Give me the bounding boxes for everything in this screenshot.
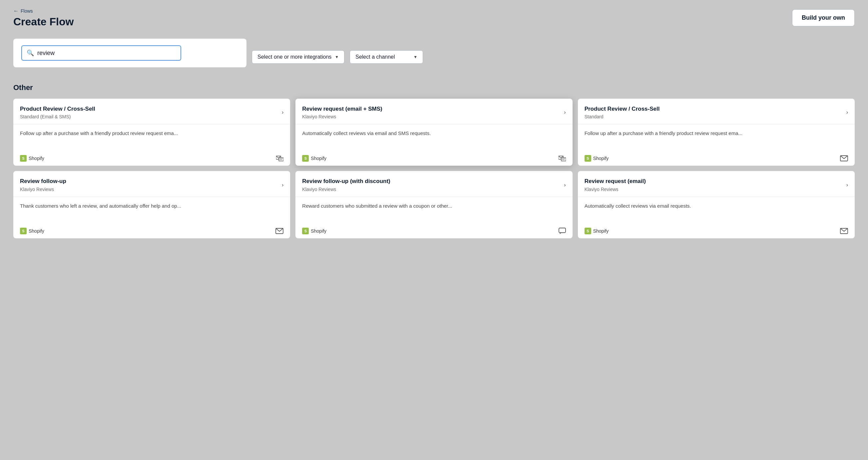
card-subtitle: Klaviyo Reviews	[302, 114, 382, 119]
search-input-wrapper[interactable]: 🔍	[21, 45, 181, 61]
channel-dropdown-label: Select a channel	[355, 54, 395, 60]
back-label: Flows	[21, 8, 33, 14]
shopify-icon: S	[585, 228, 591, 234]
card-review-followup[interactable]: Review follow-up Klaviyo Reviews › Thank…	[13, 171, 290, 238]
card-footer: S Shopify	[296, 224, 572, 238]
integration-name: Shopify	[29, 156, 44, 161]
card-chevron-right-icon: ›	[564, 182, 565, 188]
card-top: Review follow-up Klaviyo Reviews ›	[13, 171, 290, 197]
card-title-block: Review follow-up Klaviyo Reviews	[20, 178, 66, 192]
card-chevron-right-icon: ›	[282, 109, 283, 115]
svg-rect-5	[561, 158, 566, 161]
card-title-row: Review request (email) Klaviyo Reviews ›	[585, 178, 848, 192]
back-link[interactable]: ← Flows	[13, 8, 73, 14]
channel-chevron-down-icon: ▼	[413, 55, 417, 59]
card-title-row: Review request (email + SMS) Klaviyo Rev…	[302, 105, 565, 119]
search-input[interactable]	[37, 50, 176, 57]
card-title-block: Review request (email + SMS) Klaviyo Rev…	[302, 105, 382, 119]
card-review-request-email[interactable]: Review request (email) Klaviyo Reviews ›…	[578, 171, 855, 238]
page-wrapper: ← Flows Create Flow Build your own 🔍 Sel…	[0, 0, 868, 460]
header-left: ← Flows Create Flow	[13, 8, 73, 28]
card-title-block: Review request (email) Klaviyo Reviews	[585, 178, 646, 192]
integration-badge: S Shopify	[20, 228, 44, 234]
email-sms-icon	[559, 155, 566, 161]
card-description: Reward customers who submitted a review …	[296, 197, 572, 224]
card-top: Review request (email + SMS) Klaviyo Rev…	[296, 99, 572, 124]
email-icon	[840, 228, 848, 234]
card-product-review-cross-sell-2[interactable]: Product Review / Cross-Sell Standard › F…	[578, 99, 855, 166]
card-title-row: Product Review / Cross-Sell Standard ›	[585, 105, 848, 119]
shopify-icon: S	[302, 228, 309, 234]
email-icon	[840, 155, 848, 161]
header: ← Flows Create Flow Build your own	[13, 8, 855, 28]
card-product-review-cross-sell-1[interactable]: Product Review / Cross-Sell Standard (Em…	[13, 99, 290, 166]
card-footer: S Shopify	[296, 151, 572, 166]
card-title-row: Product Review / Cross-Sell Standard (Em…	[20, 105, 283, 119]
shopify-icon: S	[302, 155, 309, 162]
card-title-block: Product Review / Cross-Sell Standard (Em…	[20, 105, 95, 119]
integrations-dropdown[interactable]: Select one or more integrations ▼	[252, 50, 344, 64]
card-title: Product Review / Cross-Sell	[585, 105, 660, 113]
card-review-request-email-sms[interactable]: Review request (email + SMS) Klaviyo Rev…	[296, 99, 572, 166]
cards-row-1: Product Review / Cross-Sell Standard (Em…	[13, 99, 855, 166]
card-title: Review follow-up	[20, 178, 66, 185]
integrations-dropdown-label: Select one or more integrations	[257, 54, 332, 60]
integration-name: Shopify	[311, 156, 327, 161]
integration-name: Shopify	[311, 228, 327, 234]
back-arrow-icon: ←	[13, 8, 19, 14]
section-title: Other	[13, 83, 855, 92]
integration-name: Shopify	[593, 228, 609, 234]
integration-badge: S Shopify	[585, 228, 609, 234]
card-top: Review follow-up (with discount) Klaviyo…	[296, 171, 572, 197]
card-subtitle: Klaviyo Reviews	[302, 187, 390, 192]
svg-rect-1	[279, 158, 283, 161]
multichannel-icon	[559, 155, 566, 161]
email-sms-icon	[276, 155, 283, 161]
integration-name: Shopify	[29, 228, 44, 234]
card-footer: S Shopify	[13, 224, 290, 238]
shopify-icon: S	[585, 155, 591, 162]
card-title: Review request (email)	[585, 178, 646, 185]
card-chevron-right-icon: ›	[282, 182, 283, 188]
page-title: Create Flow	[13, 15, 73, 28]
card-top: Review request (email) Klaviyo Reviews ›	[578, 171, 855, 197]
card-subtitle: Standard	[585, 114, 660, 119]
card-top: Product Review / Cross-Sell Standard (Em…	[13, 99, 290, 124]
card-subtitle: Klaviyo Reviews	[20, 187, 66, 192]
integration-name: Shopify	[593, 156, 609, 161]
card-title: Review request (email + SMS)	[302, 105, 382, 113]
card-title-row: Review follow-up (with discount) Klaviyo…	[302, 178, 565, 192]
card-description: Automatically collect reviews via email …	[578, 197, 855, 224]
integration-badge: S Shopify	[302, 155, 327, 162]
card-title-row: Review follow-up Klaviyo Reviews ›	[20, 178, 283, 192]
card-review-followup-discount[interactable]: Review follow-up (with discount) Klaviyo…	[296, 171, 572, 238]
card-subtitle: Klaviyo Reviews	[585, 187, 646, 192]
integrations-chevron-down-icon: ▼	[335, 55, 339, 59]
filters-bar: 🔍 Select one or more integrations ▼ Sele…	[13, 39, 855, 75]
multichannel-icon	[276, 155, 283, 161]
build-your-own-button[interactable]: Build your own	[792, 9, 855, 26]
card-footer: S Shopify	[13, 151, 290, 166]
card-footer: S Shopify	[578, 151, 855, 166]
card-title: Product Review / Cross-Sell	[20, 105, 95, 113]
card-description: Follow up after a purchase with a friend…	[13, 124, 290, 151]
cards-row-2: Review follow-up Klaviyo Reviews › Thank…	[13, 171, 855, 238]
integration-badge: S Shopify	[20, 155, 44, 162]
card-chevron-right-icon: ›	[564, 109, 565, 115]
card-title: Review follow-up (with discount)	[302, 178, 390, 185]
email-icon	[275, 228, 283, 234]
card-description: Automatically collect reviews via email …	[296, 124, 572, 151]
card-top: Product Review / Cross-Sell Standard ›	[578, 99, 855, 124]
search-icon: 🔍	[27, 49, 34, 57]
integration-badge: S Shopify	[585, 155, 609, 162]
search-area: 🔍	[13, 39, 246, 67]
sms-icon	[559, 228, 566, 234]
card-chevron-right-icon: ›	[846, 182, 848, 188]
channel-dropdown[interactable]: Select a channel ▼	[350, 50, 423, 64]
card-title-block: Review follow-up (with discount) Klaviyo…	[302, 178, 390, 192]
card-description: Follow up after a purchase with a friend…	[578, 124, 855, 151]
card-description: Thank customers who left a review, and a…	[13, 197, 290, 224]
card-subtitle: Standard (Email & SMS)	[20, 114, 95, 119]
shopify-icon: S	[20, 228, 27, 234]
integration-badge: S Shopify	[302, 228, 327, 234]
